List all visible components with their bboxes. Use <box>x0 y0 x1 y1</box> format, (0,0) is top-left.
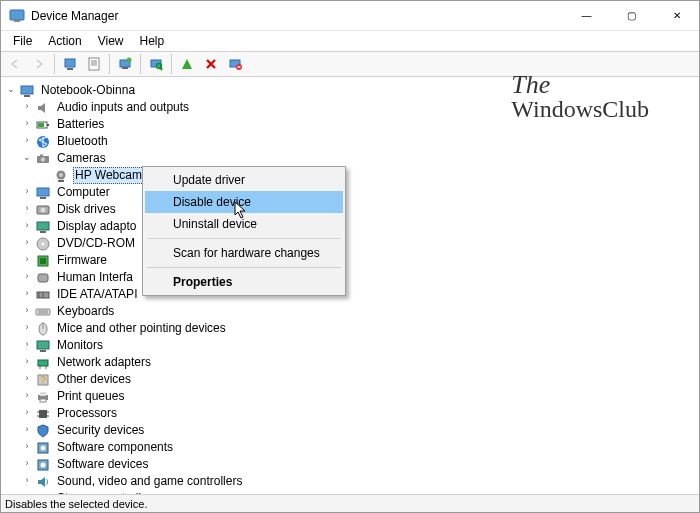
ctx-properties[interactable]: Properties <box>145 271 343 293</box>
tree-item[interactable]: Security devices <box>55 423 146 438</box>
tree-item[interactable]: Other devices <box>55 372 133 387</box>
svg-rect-32 <box>37 222 49 230</box>
toggle-icon[interactable]: › <box>21 303 33 318</box>
svg-rect-19 <box>47 124 49 126</box>
toggle-icon[interactable]: › <box>21 354 33 369</box>
tree-item[interactable]: IDE ATA/ATAPI <box>55 287 139 302</box>
webcam-icon <box>53 168 69 184</box>
properties-button[interactable] <box>83 53 105 75</box>
tree-item[interactable]: Software devices <box>55 457 150 472</box>
toggle-icon[interactable]: › <box>21 99 33 114</box>
maximize-button[interactable]: ▢ <box>609 1 654 30</box>
svg-point-35 <box>42 242 45 245</box>
svg-rect-37 <box>40 258 46 264</box>
svg-point-23 <box>41 157 45 161</box>
back-button[interactable] <box>4 53 26 75</box>
svg-rect-20 <box>38 123 44 127</box>
toggle-icon[interactable]: ⌄ <box>21 150 33 165</box>
status-bar: Disables the selected device. <box>1 494 699 512</box>
device-category-icon <box>35 151 51 167</box>
update-driver-button[interactable] <box>114 53 136 75</box>
tree-item[interactable]: Display adapto <box>55 219 138 234</box>
svg-rect-9 <box>122 67 128 69</box>
tree-item[interactable]: DVD/CD-ROM <box>55 236 137 251</box>
svg-rect-56 <box>40 399 46 402</box>
tree-item[interactable]: Keyboards <box>55 304 116 319</box>
toggle-icon[interactable]: › <box>21 405 33 420</box>
scan-hardware-button[interactable] <box>145 53 167 75</box>
uninstall-button[interactable] <box>224 53 246 75</box>
minimize-button[interactable]: — <box>564 1 609 30</box>
device-category-icon <box>35 355 51 371</box>
tree-item[interactable]: Processors <box>55 406 119 421</box>
tree-item[interactable]: Audio inputs and outputs <box>55 100 191 115</box>
tree-root[interactable]: Notebook-Obinna <box>39 83 137 98</box>
ctx-update-driver[interactable]: Update driver <box>145 169 343 191</box>
tree-item[interactable]: Software components <box>55 440 175 455</box>
device-category-icon <box>35 100 51 116</box>
toggle-icon[interactable]: › <box>21 133 33 148</box>
tree-item[interactable]: Firmware <box>55 253 109 268</box>
ctx-uninstall-device[interactable]: Uninstall device <box>145 213 343 235</box>
toggle-icon[interactable]: › <box>21 320 33 335</box>
context-menu: Update driver Disable device Uninstall d… <box>142 166 346 296</box>
close-button[interactable]: ✕ <box>654 1 699 30</box>
tree-item[interactable]: Bluetooth <box>55 134 110 149</box>
toggle-icon[interactable]: › <box>21 201 33 216</box>
tree-item[interactable]: Batteries <box>55 117 106 132</box>
menu-file[interactable]: File <box>5 32 40 50</box>
tree-view[interactable]: ⌄ Notebook-Obinna › Audio inputs and out… <box>1 78 699 494</box>
svg-point-10 <box>127 58 132 63</box>
tree-item[interactable]: Print queues <box>55 389 126 404</box>
forward-button[interactable] <box>28 53 50 75</box>
computer-icon <box>19 83 35 99</box>
device-category-icon <box>35 440 51 456</box>
ctx-scan-hardware[interactable]: Scan for hardware changes <box>145 242 343 264</box>
svg-rect-55 <box>40 392 46 396</box>
toggle-icon[interactable]: › <box>21 388 33 403</box>
toggle-icon[interactable]: › <box>21 439 33 454</box>
toggle-icon[interactable]: › <box>21 252 33 267</box>
svg-rect-49 <box>38 360 48 366</box>
toggle-icon[interactable]: › <box>21 235 33 250</box>
toggle-icon[interactable]: › <box>21 218 33 233</box>
tree-item[interactable]: Network adapters <box>55 355 153 370</box>
tree-item[interactable]: Monitors <box>55 338 105 353</box>
svg-text:?: ? <box>40 375 46 386</box>
window-buttons: — ▢ ✕ <box>564 1 699 30</box>
tree-item[interactable]: Computer <box>55 185 112 200</box>
toggle-icon[interactable]: ⌄ <box>5 82 17 97</box>
ctx-disable-device[interactable]: Disable device <box>145 191 343 213</box>
enable-button[interactable] <box>176 53 198 75</box>
toggle-icon[interactable]: › <box>21 269 33 284</box>
device-category-icon <box>35 304 51 320</box>
svg-rect-0 <box>10 10 24 20</box>
menu-help[interactable]: Help <box>132 32 173 50</box>
app-icon <box>9 8 25 24</box>
toggle-icon[interactable]: › <box>21 422 33 437</box>
tree-item[interactable]: Cameras <box>55 151 108 166</box>
tree-item[interactable]: Human Interfa <box>55 270 135 285</box>
show-devices-button[interactable] <box>59 53 81 75</box>
toggle-icon[interactable]: › <box>21 286 33 301</box>
device-category-icon <box>35 270 51 286</box>
tree-item[interactable]: Disk drives <box>55 202 118 217</box>
menu-view[interactable]: View <box>90 32 132 50</box>
tree-item[interactable]: Sound, video and game controllers <box>55 474 244 489</box>
svg-rect-3 <box>67 68 73 70</box>
svg-rect-17 <box>24 95 30 97</box>
tree-item-selected[interactable]: HP Webcam <box>73 167 144 184</box>
toggle-icon[interactable]: › <box>21 456 33 471</box>
toggle-icon[interactable]: › <box>21 337 33 352</box>
tree-item[interactable]: Mice and other pointing devices <box>55 321 228 336</box>
svg-rect-24 <box>40 154 43 156</box>
disable-button[interactable] <box>200 53 222 75</box>
toggle-icon[interactable]: › <box>21 473 33 488</box>
svg-rect-47 <box>37 341 49 349</box>
device-category-icon <box>35 389 51 405</box>
toggle-icon[interactable]: › <box>21 184 33 199</box>
toggle-icon[interactable]: › <box>21 371 33 386</box>
svg-rect-16 <box>21 86 33 94</box>
toggle-icon[interactable]: › <box>21 116 33 131</box>
menu-action[interactable]: Action <box>40 32 89 50</box>
